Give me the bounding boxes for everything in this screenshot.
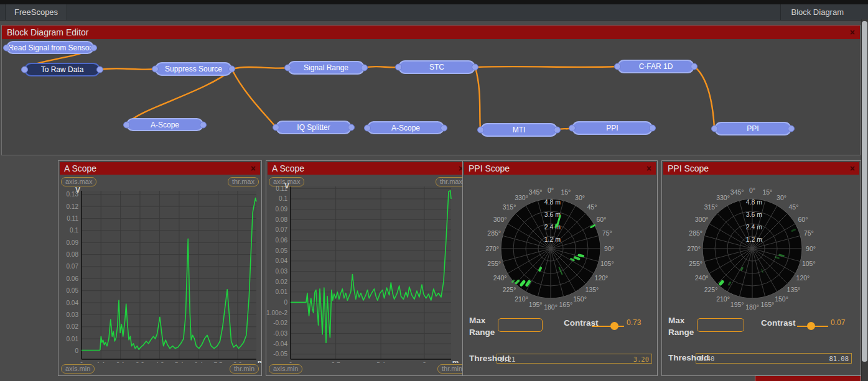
node-output-port[interactable] <box>441 124 447 131</box>
close-icon[interactable]: × <box>850 162 855 175</box>
close-icon[interactable]: × <box>646 162 651 175</box>
node-output-port[interactable] <box>649 125 656 132</box>
svg-text:255°: 255° <box>689 260 702 267</box>
svg-text:0: 0 <box>75 347 78 354</box>
svg-text:0.12: 0.12 <box>67 203 79 210</box>
panel-title: A Scope <box>272 163 304 173</box>
svg-text:285°: 285° <box>689 229 702 237</box>
node-input-port[interactable] <box>395 64 402 71</box>
node-output-port[interactable] <box>200 121 207 128</box>
graph-node[interactable]: C-FAR 1D <box>617 60 694 73</box>
graph-node[interactable]: Signal Range <box>287 61 365 75</box>
graph-node[interactable]: A-Scope <box>367 121 444 134</box>
node-input-port[interactable] <box>477 127 484 134</box>
node-output-port[interactable] <box>228 66 235 73</box>
thr-min-input[interactable]: thr.min <box>230 364 259 374</box>
graph-node[interactable]: PPI <box>714 122 791 135</box>
panel-title: PPI Scope <box>469 163 510 173</box>
node-input-port[interactable] <box>711 126 718 132</box>
node-input-port[interactable] <box>152 66 159 73</box>
node-input-port[interactable] <box>614 63 621 70</box>
node-output-port[interactable] <box>472 64 478 71</box>
scrollbar-thumb[interactable] <box>862 21 867 362</box>
svg-text:0.07: 0.07 <box>276 226 288 233</box>
svg-text:0.09: 0.09 <box>276 206 288 213</box>
svg-text:120°: 120° <box>796 274 810 282</box>
svg-text:0.07: 0.07 <box>67 263 79 270</box>
svg-text:V: V <box>75 186 80 195</box>
svg-text:0.02: 0.02 <box>67 323 79 330</box>
a-scope-chart: -0.05-0.04-0.03-0.02-1.00e-200.010.020.0… <box>266 175 469 363</box>
node-input-port[interactable] <box>123 121 130 128</box>
graph-node[interactable]: Suppress Source <box>155 62 232 76</box>
ppi-display: 1.2 m2.4 m3.6 m4.8 m0°15°30°45°60°75°90°… <box>463 175 657 318</box>
svg-text:255°: 255° <box>487 260 501 267</box>
graph-node[interactable]: A-Scope <box>126 118 203 131</box>
node-output-port[interactable] <box>348 124 355 131</box>
graph-node[interactable]: STC <box>398 60 475 74</box>
node-output-port[interactable] <box>96 67 103 73</box>
node-label: IQ Splitter <box>297 123 330 132</box>
svg-text:225°: 225° <box>503 286 516 293</box>
contrast-slider-track[interactable] <box>592 326 624 327</box>
panel-title: PPI Scope <box>668 163 709 173</box>
contrast-slider-thumb[interactable] <box>807 322 815 330</box>
graph-node[interactable]: MTI <box>480 123 558 137</box>
panel-title: A Scope <box>64 163 96 173</box>
svg-text:3.2: 3.2 <box>136 362 144 363</box>
threshold-range[interactable]: 0.21 3.20 <box>497 354 652 364</box>
svg-text:165°: 165° <box>760 301 774 308</box>
node-input-port[interactable] <box>569 125 576 132</box>
axis-min-input[interactable]: axis.min <box>61 364 95 374</box>
svg-text:315°: 315° <box>704 203 718 211</box>
svg-text:15°: 15° <box>762 188 772 196</box>
node-input-port[interactable] <box>21 67 28 73</box>
svg-text:0.02: 0.02 <box>276 278 288 285</box>
svg-text:0.11: 0.11 <box>67 215 78 222</box>
svg-text:-0.04: -0.04 <box>273 341 287 347</box>
svg-text:240°: 240° <box>695 274 709 282</box>
svg-text:345°: 345° <box>529 188 543 196</box>
svg-text:1.1: 1.1 <box>96 362 105 363</box>
ppi-scope-panel-1: PPI Scope × 1.2 m2.4 m3.6 m4.8 m0°15°30°… <box>462 160 658 376</box>
svg-text:8: 8 <box>422 362 426 363</box>
svg-text:2.7: 2.7 <box>332 362 340 363</box>
svg-text:0.1: 0.1 <box>70 227 78 234</box>
node-output-port[interactable] <box>788 126 795 132</box>
node-input-port[interactable] <box>3 44 10 51</box>
svg-text:90°: 90° <box>806 245 816 252</box>
graph-node[interactable]: PPI <box>572 121 653 135</box>
svg-text:0.04: 0.04 <box>67 300 79 306</box>
node-input-port[interactable] <box>284 65 291 71</box>
node-output-port[interactable] <box>361 65 368 71</box>
node-label: C-FAR 1D <box>639 62 673 71</box>
node-label: Signal Range <box>304 63 348 72</box>
node-input-port[interactable] <box>273 124 279 131</box>
svg-text:0.09: 0.09 <box>67 239 79 246</box>
node-output-port[interactable] <box>554 127 561 134</box>
block-diagram-canvas[interactable]: Read Signal from SensorTo Raw DataSuppre… <box>0 0 868 158</box>
contrast-slider-thumb[interactable] <box>610 322 618 330</box>
close-icon[interactable]: × <box>251 162 256 175</box>
svg-text:210°: 210° <box>515 295 528 303</box>
node-output-port[interactable] <box>90 44 97 51</box>
axis-min-input[interactable]: axis.min <box>269 364 302 374</box>
threshold-range[interactable]: 0.40 81.08 <box>696 353 852 364</box>
node-output-port[interactable] <box>691 63 698 70</box>
svg-text:225°: 225° <box>704 286 718 293</box>
svg-text:300°: 300° <box>695 216 709 223</box>
graph-node[interactable]: IQ Splitter <box>276 121 352 134</box>
threshold-label: Threshold <box>469 352 510 364</box>
max-range-input[interactable] <box>697 318 744 332</box>
svg-text:270°: 270° <box>485 245 499 252</box>
node-label: PPI <box>747 124 758 133</box>
max-range-input[interactable] <box>498 318 543 332</box>
a-scope-chart: 00.010.020.030.040.050.060.070.080.090.1… <box>58 175 261 363</box>
svg-text:120°: 120° <box>595 274 609 282</box>
svg-text:60°: 60° <box>798 216 808 223</box>
svg-text:0°: 0° <box>749 186 755 194</box>
a-scope-panel-2: A Scope × axis.max thr.max -0.05-0.04-0.… <box>266 160 470 376</box>
graph-node[interactable]: To Raw Data <box>24 63 100 76</box>
graph-node[interactable]: Read Signal from Sensor <box>6 41 94 54</box>
node-input-port[interactable] <box>364 124 371 131</box>
